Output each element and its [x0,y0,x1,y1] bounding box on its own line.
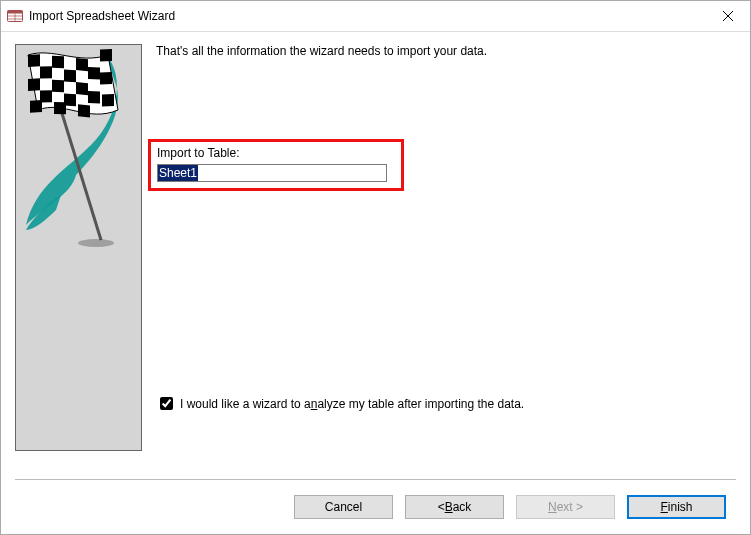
analyze-checkbox-label[interactable]: I would like a wizard to analyze my tabl… [180,397,524,411]
intro-text: That's all the information the wizard ne… [156,44,736,58]
svg-rect-18 [100,72,112,84]
analyze-checkbox[interactable] [160,397,173,410]
svg-rect-9 [52,56,64,68]
window-title: Import Spreadsheet Wizard [29,9,706,23]
next-button: Next > [516,495,615,519]
import-to-table-group: Import to Table: Sheet1 [148,139,404,191]
svg-rect-21 [88,91,100,103]
svg-point-26 [78,239,114,247]
cancel-button[interactable]: Cancel [294,495,393,519]
import-to-table-label: Import to Table: [157,146,395,160]
titlebar: Import Spreadsheet Wizard [1,1,750,32]
wizard-window: Import Spreadsheet Wizard [0,0,751,535]
svg-rect-10 [76,58,88,71]
svg-rect-23 [54,102,66,114]
back-button[interactable]: < Back [405,495,504,519]
svg-rect-16 [52,80,64,92]
svg-rect-11 [100,49,112,61]
close-icon [723,8,733,24]
access-app-icon [7,8,23,24]
svg-rect-22 [30,100,42,113]
svg-rect-8 [28,54,40,67]
wizard-content: That's all the information the wizard ne… [142,44,736,479]
svg-rect-14 [88,67,100,79]
svg-rect-17 [76,82,88,95]
finish-button[interactable]: Finish [627,495,726,519]
svg-rect-25 [102,94,114,106]
svg-rect-1 [8,11,23,14]
svg-rect-12 [40,66,52,78]
wizard-button-row: Cancel < Back Next > Finish [1,480,750,534]
analyze-checkbox-row: I would like a wizard to analyze my tabl… [156,394,524,413]
svg-rect-15 [28,78,40,91]
import-to-table-input[interactable] [157,164,387,182]
svg-rect-24 [78,104,90,117]
window-close-button[interactable] [706,1,750,31]
wizard-decorative-image [15,44,142,451]
svg-rect-13 [64,70,76,83]
